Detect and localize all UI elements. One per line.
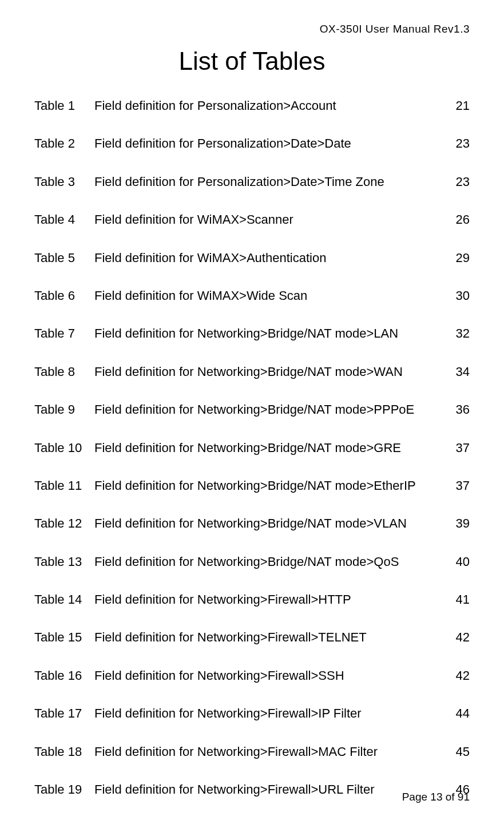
- toc-entry: Table 13Field definition for Networking>…: [34, 554, 470, 569]
- toc-entry: Table 4Field definition for WiMAX>Scanne…: [34, 212, 470, 227]
- toc-entry-description: Field definition for Personalization>Dat…: [94, 136, 351, 151]
- toc-entry: Table 5Field definition for WiMAX>Authen…: [34, 251, 470, 266]
- toc-entry-label: Table 5: [34, 251, 94, 266]
- toc-entry-description: Field definition for Networking>Bridge/N…: [94, 365, 403, 379]
- toc-entry-page-number: 30: [454, 288, 470, 303]
- toc-entry-label: Table 15: [34, 630, 94, 645]
- toc-entry: Table 10Field definition for Networking>…: [34, 441, 470, 455]
- toc-entry-page-number: 23: [454, 175, 470, 189]
- toc-entry-page-number: 40: [454, 554, 470, 569]
- toc-entry-description: Field definition for Networking>Firewall…: [94, 592, 351, 607]
- toc-entry-page-number: 21: [454, 98, 470, 113]
- toc-entry-label: Table 3: [34, 175, 94, 189]
- toc-entry-label: Table 9: [34, 402, 94, 417]
- toc-entry: Table 1Field definition for Personalizat…: [34, 98, 470, 113]
- toc-entry-label: Table 16: [34, 668, 94, 683]
- toc-entry: Table 11Field definition for Networking>…: [34, 478, 470, 493]
- toc-entry-label: Table 12: [34, 516, 94, 531]
- toc-entry-page-number: 41: [454, 592, 470, 607]
- toc-entry-description: Field definition for Networking>Bridge/N…: [94, 478, 416, 493]
- toc-entry-description: Field definition for Networking>Firewall…: [94, 744, 378, 759]
- toc-entry-page-number: 39: [454, 516, 470, 531]
- toc-entry-page-number: 37: [454, 478, 470, 493]
- toc-entry-description: Field definition for WiMAX>Scanner: [94, 212, 293, 227]
- toc-entry-page-number: 26: [454, 212, 470, 227]
- toc-entry-label: Table 19: [34, 782, 94, 797]
- toc-entry-label: Table 10: [34, 441, 94, 455]
- toc-entry: Table 18Field definition for Networking>…: [34, 744, 470, 759]
- toc-entry-label: Table 4: [34, 212, 94, 227]
- toc-entry-label: Table 11: [34, 478, 94, 493]
- toc-entry-label: Table 13: [34, 554, 94, 569]
- toc-entry-page-number: 29: [454, 251, 470, 266]
- toc-entry-description: Field definition for Networking>Firewall…: [94, 706, 362, 721]
- table-of-contents: Table 1Field definition for Personalizat…: [34, 98, 470, 797]
- toc-entry-page-number: 23: [454, 136, 470, 151]
- toc-entry-label: Table 7: [34, 326, 94, 341]
- toc-entry-description: Field definition for Networking>Firewall…: [94, 668, 344, 683]
- toc-entry-description: Field definition for Networking>Bridge/N…: [94, 554, 399, 569]
- toc-entry-label: Table 1: [34, 98, 94, 113]
- toc-entry: Table 8Field definition for Networking>B…: [34, 365, 470, 379]
- toc-entry-page-number: 37: [454, 441, 470, 455]
- toc-entry-label: Table 8: [34, 365, 94, 379]
- toc-entry-page-number: 36: [454, 402, 470, 417]
- toc-entry-page-number: 42: [454, 668, 470, 683]
- toc-entry-description: Field definition for Personalization>Acc…: [94, 98, 336, 113]
- toc-entry-description: Field definition for Networking>Bridge/N…: [94, 441, 401, 455]
- toc-entry-page-number: 42: [454, 630, 470, 645]
- toc-entry-description: Field definition for Networking>Firewall…: [94, 782, 374, 797]
- toc-entry-page-number: 45: [454, 744, 470, 759]
- toc-entry-description: Field definition for Networking>Bridge/N…: [94, 326, 398, 341]
- toc-entry: Table 3Field definition for Personalizat…: [34, 175, 470, 189]
- toc-entry-description: Field definition for Networking>Firewall…: [94, 630, 367, 645]
- toc-entry-description: Field definition for Networking>Bridge/N…: [94, 516, 407, 531]
- toc-entry-label: Table 14: [34, 592, 94, 607]
- toc-entry: Table 16Field definition for Networking>…: [34, 668, 470, 683]
- toc-entry-page-number: 44: [454, 706, 470, 721]
- toc-entry-label: Table 6: [34, 288, 94, 303]
- toc-entry: Table 12Field definition for Networking>…: [34, 516, 470, 531]
- toc-entry: Table 17Field definition for Networking>…: [34, 706, 470, 721]
- page-footer: Page 13 of 91: [402, 791, 470, 803]
- toc-entry-label: Table 18: [34, 744, 94, 759]
- toc-entry-description: Field definition for WiMAX>Wide Scan: [94, 288, 307, 303]
- toc-entry-description: Field definition for Networking>Bridge/N…: [94, 402, 414, 417]
- document-header: OX-350I User Manual Rev1.3: [34, 23, 470, 35]
- toc-entry-description: Field definition for Personalization>Dat…: [94, 175, 384, 189]
- toc-entry: Table 9Field definition for Networking>B…: [34, 402, 470, 417]
- toc-entry: Table 14Field definition for Networking>…: [34, 592, 470, 607]
- toc-entry: Table 2Field definition for Personalizat…: [34, 136, 470, 151]
- toc-entry-label: Table 2: [34, 136, 94, 151]
- toc-entry-page-number: 34: [454, 365, 470, 379]
- toc-entry-description: Field definition for WiMAX>Authenticatio…: [94, 251, 326, 266]
- page-title: List of Tables: [34, 47, 470, 76]
- document-page: OX-350I User Manual Rev1.3 List of Table…: [0, 0, 504, 832]
- toc-entry: Table 7Field definition for Networking>B…: [34, 326, 470, 341]
- toc-entry-label: Table 17: [34, 706, 94, 721]
- toc-entry: Table 15Field definition for Networking>…: [34, 630, 470, 645]
- toc-entry-page-number: 32: [454, 326, 470, 341]
- toc-entry: Table 6Field definition for WiMAX>Wide S…: [34, 288, 470, 303]
